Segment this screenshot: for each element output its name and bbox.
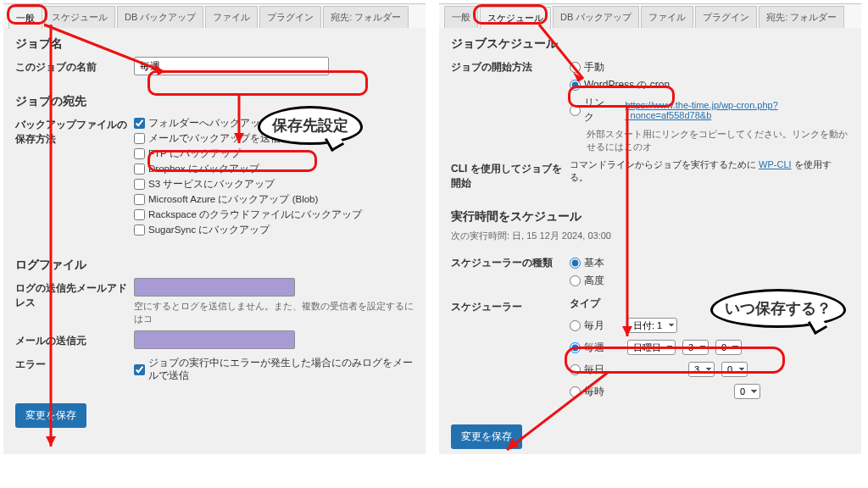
select-week-hour[interactable]: 3 — [682, 340, 709, 355]
input-job-name[interactable] — [134, 57, 329, 75]
radio-link-label: リンク — [584, 96, 613, 125]
label-cli: CLI を使用してジョブを開始 — [451, 158, 570, 191]
note-link: 外部スタート用にリンクをコピーしてください。リンクを動かせるにはこのオ — [587, 128, 849, 153]
tab-general-r[interactable]: 一般 — [444, 6, 478, 28]
heading-job-name: ジョブ名 — [15, 36, 414, 52]
select-week-min[interactable]: 0 — [715, 340, 742, 355]
radio-hourly-label: 毎時 — [584, 385, 604, 399]
tab-dest-folder[interactable]: 宛先: フォルダー — [323, 6, 409, 28]
radio-daily[interactable] — [570, 364, 581, 375]
chk-ftp[interactable] — [134, 148, 145, 159]
select-weekday[interactable]: 日曜日 — [627, 340, 676, 355]
radio-hourly[interactable] — [570, 386, 581, 397]
link-cron-url[interactable]: https://www.the-time.jp/wp-cron.php?_non… — [625, 100, 849, 120]
chk-sugarsync[interactable] — [134, 225, 145, 236]
radio-monthly[interactable] — [570, 320, 581, 331]
tab-files-r[interactable]: ファイル — [641, 6, 693, 28]
label-scheduler-type: スケジューラーの種類 — [451, 252, 570, 270]
chk-s3-label: S3 サービスにバックアップ — [148, 178, 275, 191]
chk-sugarsync-label: SugarSync にバックアップ — [148, 224, 270, 236]
chk-error-only-label: ジョブの実行中にエラーが発生した場合にのみログをメールで送信 — [148, 357, 414, 382]
tabs-right: 一般 スケジュール DB バックアップ ファイル プラグイン 宛先: フォルダー — [439, 4, 861, 28]
label-sender: メールの送信元 — [15, 330, 134, 348]
chk-ftp-label: FTP にバックアップ — [148, 147, 241, 160]
chk-folder-label: フォルダーへバックアップ — [148, 117, 270, 130]
tabs-left: 一般 スケジュール DB バックアップ ファイル プラグイン 宛先: フォルダー — [3, 4, 426, 28]
chk-error-only[interactable] — [134, 364, 145, 375]
select-hour-min[interactable]: 0 — [734, 384, 760, 399]
note-log-email: 空にするとログを送信しません。また、複数の受信者を設定するにはコ — [134, 300, 414, 325]
label-scheduler: スケジューラー — [451, 297, 570, 314]
tab-db[interactable]: DB バックアップ — [117, 6, 203, 28]
radio-cron[interactable] — [570, 80, 581, 91]
chk-dropbox[interactable] — [134, 164, 145, 175]
svg-marker-2 — [46, 436, 56, 446]
radio-cron-label: WordPress の cron — [584, 78, 670, 92]
tab-files[interactable]: ファイル — [205, 6, 258, 28]
radio-basic-label: 基本 — [584, 256, 604, 270]
chk-email-label: メールでバックアップを送信 — [148, 132, 281, 145]
cli-text-a: コマンドラインからジョブを実行するために — [570, 159, 759, 169]
tab-plugins[interactable]: プラグイン — [259, 6, 321, 28]
panel-general: 一般 スケジュール DB バックアップ ファイル プラグイン 宛先: フォルダー… — [3, 3, 426, 454]
tab-dest-folder-r[interactable]: 宛先: フォルダー — [759, 6, 844, 28]
label-log-email: ログの送信先メールアドレス — [15, 278, 134, 310]
chk-azure-label: Microsoft Azure にバックアップ (Blob) — [148, 193, 318, 206]
label-error: エラー — [15, 354, 134, 372]
panel-schedule: 一般 スケジュール DB バックアップ ファイル プラグイン 宛先: フォルダー… — [439, 3, 861, 454]
select-day-min[interactable]: 0 — [721, 362, 748, 377]
radio-basic[interactable] — [570, 258, 581, 269]
save-button-right[interactable]: 変更を保存 — [451, 424, 522, 449]
select-day-hour[interactable]: 3 — [688, 362, 715, 377]
radio-advanced[interactable] — [570, 275, 581, 286]
label-start-method: ジョブの開始方法 — [451, 57, 570, 75]
heading-job-schedule: ジョブスケジュール — [451, 36, 849, 52]
label-job-name: このジョブの名前 — [15, 57, 134, 75]
radio-weekly-label: 毎週 — [584, 341, 604, 355]
chk-azure[interactable] — [134, 194, 145, 205]
radio-weekly[interactable] — [570, 342, 581, 353]
radio-daily-label: 毎日 — [584, 363, 604, 377]
chk-rackspace-label: Rackspace のクラウドファイルにバックアップ — [148, 208, 362, 221]
next-run-time: 次の実行時間: 日, 15 12月 2024, 03:00 — [451, 230, 849, 242]
tab-schedule-r[interactable]: スケジュール — [480, 7, 551, 29]
label-backup-method: バックアップファイルの保存方法 — [15, 114, 134, 147]
chk-email[interactable] — [134, 133, 145, 144]
chk-folder[interactable] — [134, 118, 145, 129]
input-log-email[interactable] — [134, 278, 295, 297]
select-month-day[interactable]: 日付: 1 — [627, 318, 677, 333]
heading-destination: ジョブの宛先 — [15, 94, 414, 109]
label-type: タイプ — [570, 297, 849, 311]
radio-monthly-label: 毎月 — [584, 319, 604, 333]
radio-manual[interactable] — [570, 62, 581, 73]
input-sender[interactable] — [134, 330, 295, 349]
chk-rackspace[interactable] — [134, 209, 145, 220]
tab-schedule[interactable]: スケジュール — [44, 6, 115, 28]
link-wpcli[interactable]: WP-CLI — [759, 159, 792, 169]
chk-s3[interactable] — [134, 179, 145, 190]
radio-manual-label: 手動 — [584, 60, 604, 75]
tab-db-r[interactable]: DB バックアップ — [553, 6, 639, 28]
heading-logfile: ログファイル — [15, 258, 414, 273]
radio-advanced-label: 高度 — [584, 274, 604, 288]
save-button-left[interactable]: 変更を保存 — [15, 403, 86, 428]
radio-link[interactable] — [570, 105, 581, 116]
tab-plugins-r[interactable]: プラグイン — [695, 6, 757, 28]
tab-general[interactable]: 一般 — [8, 7, 42, 29]
chk-dropbox-label: Dropbox にバックアップ — [148, 163, 259, 175]
heading-runtime: 実行時間をスケジュール — [451, 209, 849, 225]
